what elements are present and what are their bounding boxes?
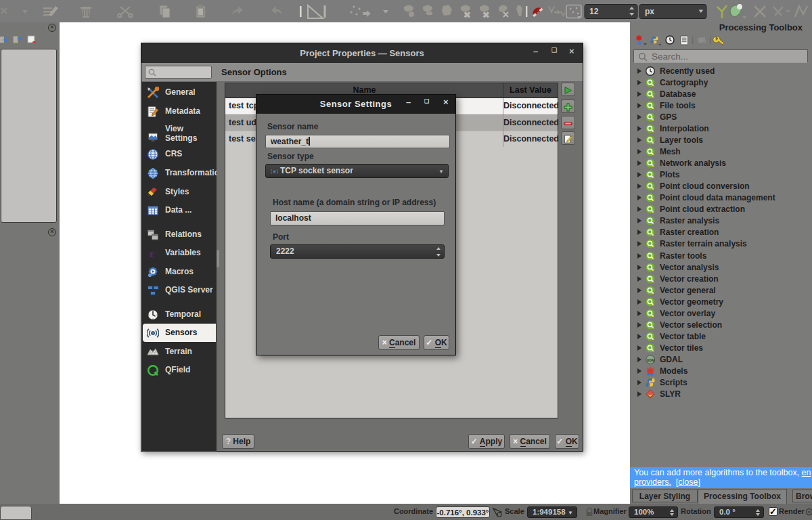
svg-text:GDAL: GDAL <box>647 359 655 362</box>
svg-text:px: px <box>645 7 654 16</box>
svg-text:ε: ε <box>150 248 154 259</box>
svg-text:12: 12 <box>589 7 599 16</box>
